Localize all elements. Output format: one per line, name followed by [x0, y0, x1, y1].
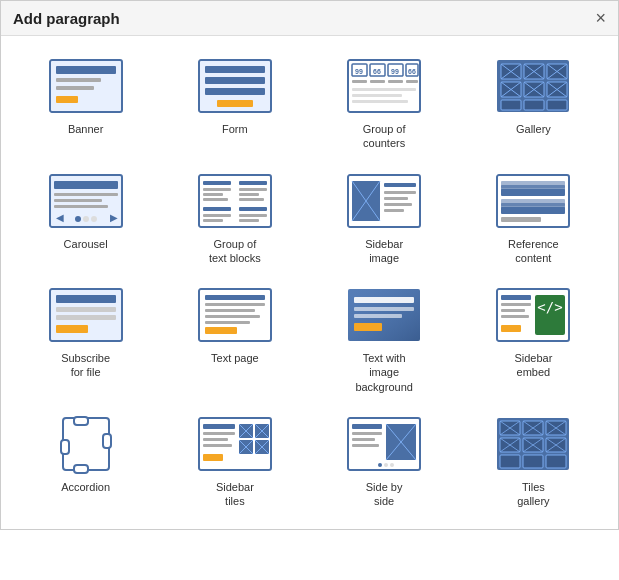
svg-rect-72	[239, 219, 259, 222]
sidebar-image-label: Sidebarimage	[365, 237, 403, 266]
item-sidebar-image[interactable]: Sidebarimage	[312, 163, 457, 274]
svg-text:99: 99	[391, 68, 399, 75]
item-sidebar-tiles[interactable]: Sidebartiles	[162, 406, 307, 517]
svg-rect-63	[239, 181, 267, 185]
svg-text:99: 99	[355, 68, 363, 75]
svg-rect-98	[205, 309, 255, 312]
svg-rect-171	[546, 455, 566, 468]
sidebar-tiles-icon	[195, 414, 275, 474]
item-side-by-side[interactable]: Side byside	[312, 406, 457, 517]
gallery-icon	[493, 56, 573, 116]
svg-rect-125	[203, 444, 232, 447]
svg-rect-45	[501, 100, 521, 110]
item-text-with-image-background[interactable]: Text withimagebackground	[312, 277, 457, 402]
svg-rect-120	[61, 440, 69, 454]
svg-rect-81	[384, 209, 404, 212]
svg-text:▶: ▶	[110, 212, 118, 223]
item-group-of-counters[interactable]: 99 66 99 66 Grou	[312, 48, 457, 159]
svg-rect-9	[217, 100, 253, 107]
paragraph-grid: Banner Form 99	[1, 36, 618, 529]
dialog-title: Add paragraph	[13, 10, 120, 27]
svg-rect-6	[205, 66, 265, 73]
svg-rect-25	[352, 100, 408, 103]
svg-rect-21	[388, 80, 403, 83]
svg-rect-49	[54, 181, 118, 189]
item-banner[interactable]: Banner	[13, 48, 158, 159]
svg-text:66: 66	[373, 68, 381, 75]
svg-rect-59	[203, 181, 231, 185]
svg-rect-170	[523, 455, 543, 468]
svg-rect-65	[239, 193, 259, 196]
svg-rect-4	[56, 96, 78, 103]
gallery-label: Gallery	[516, 122, 551, 136]
svg-rect-118	[103, 434, 111, 448]
svg-rect-46	[524, 100, 544, 110]
svg-rect-141	[352, 432, 382, 435]
accordion-label: Accordion	[61, 480, 110, 494]
svg-rect-104	[354, 297, 414, 303]
svg-rect-51	[54, 199, 102, 202]
svg-rect-60	[203, 188, 231, 191]
svg-rect-62	[203, 198, 228, 201]
svg-rect-109	[501, 295, 531, 300]
svg-rect-19	[352, 80, 367, 83]
sidebar-embed-icon: </>	[493, 285, 573, 345]
svg-rect-143	[352, 444, 379, 447]
svg-rect-106	[354, 314, 402, 318]
dialog-header: Add paragraph ×	[1, 1, 618, 36]
item-accordion[interactable]: Accordion	[13, 406, 158, 517]
svg-rect-112	[501, 315, 529, 318]
svg-rect-24	[352, 94, 402, 97]
item-group-text-blocks[interactable]: Group oftext blocks	[162, 163, 307, 274]
svg-rect-77	[384, 183, 416, 187]
svg-text:◀: ◀	[56, 212, 64, 223]
svg-text:</>: </>	[538, 299, 563, 315]
item-text-page[interactable]: Text page	[162, 277, 307, 402]
svg-rect-113	[501, 325, 521, 332]
text-with-image-background-icon	[344, 285, 424, 345]
svg-rect-142	[352, 438, 375, 441]
item-form[interactable]: Form	[162, 48, 307, 159]
sidebar-tiles-label: Sidebartiles	[216, 480, 254, 509]
svg-rect-122	[203, 424, 235, 429]
sidebar-embed-label: Sidebarembed	[514, 351, 552, 380]
svg-rect-91	[56, 295, 116, 303]
item-gallery[interactable]: Gallery	[461, 48, 606, 159]
svg-rect-64	[239, 188, 267, 191]
svg-rect-66	[239, 198, 264, 201]
item-sidebar-embed[interactable]: </> Sidebarembed	[461, 277, 606, 402]
svg-point-53	[75, 216, 81, 222]
carousel-icon: ◀ ▶	[46, 171, 126, 231]
item-tiles-gallery[interactable]: Tilesgallery	[461, 406, 606, 517]
group-of-counters-label: Group ofcounters	[363, 122, 406, 151]
svg-rect-94	[56, 325, 88, 333]
svg-rect-61	[203, 193, 223, 196]
svg-rect-92	[56, 307, 116, 312]
svg-rect-79	[384, 197, 408, 200]
svg-rect-3	[56, 86, 94, 90]
svg-rect-2	[56, 78, 101, 82]
svg-rect-107	[354, 323, 382, 331]
side-by-side-icon	[344, 414, 424, 474]
svg-rect-119	[74, 465, 88, 473]
close-button[interactable]: ×	[595, 9, 606, 27]
svg-rect-100	[205, 321, 250, 324]
item-subscribe-for-file[interactable]: Subscribefor file	[13, 277, 158, 402]
svg-rect-20	[370, 80, 385, 83]
svg-rect-110	[501, 303, 531, 306]
svg-point-54	[83, 216, 89, 222]
svg-rect-88	[501, 207, 565, 214]
svg-rect-78	[384, 191, 416, 194]
svg-rect-70	[239, 207, 267, 211]
form-label: Form	[222, 122, 248, 136]
svg-rect-111	[501, 309, 525, 312]
item-reference-content[interactable]: Referencecontent	[461, 163, 606, 274]
text-with-image-background-label: Text withimagebackground	[355, 351, 413, 394]
svg-rect-140	[352, 424, 382, 429]
svg-rect-101	[205, 327, 237, 334]
reference-content-icon	[493, 171, 573, 231]
item-carousel[interactable]: ◀ ▶ Carousel	[13, 163, 158, 274]
svg-point-55	[91, 216, 97, 222]
svg-rect-47	[547, 100, 567, 110]
banner-label: Banner	[68, 122, 103, 136]
